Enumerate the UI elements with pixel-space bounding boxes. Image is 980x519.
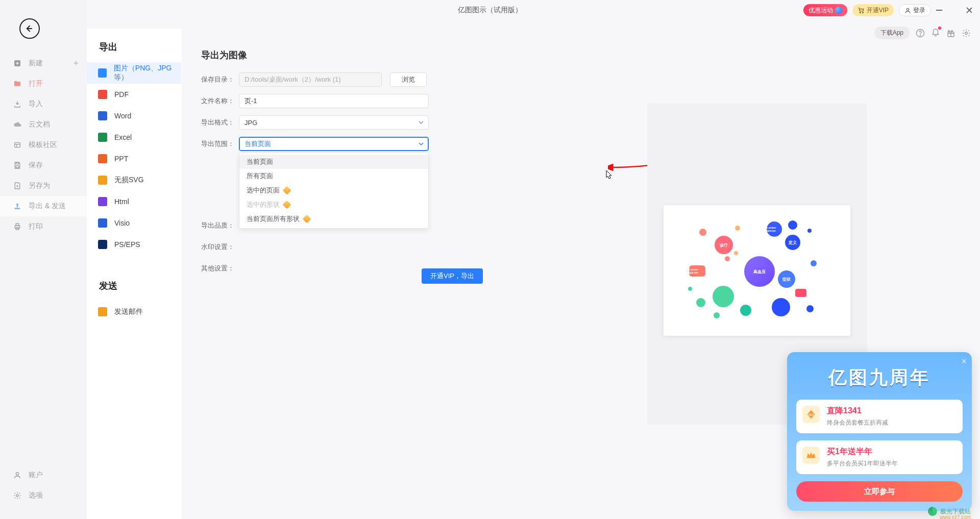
range-option[interactable]: 所有页面	[239, 169, 428, 183]
promo-cta-button[interactable]: 立即参与	[796, 481, 963, 502]
crown-badge-icon	[802, 447, 820, 464]
add-icon[interactable]: +	[73, 58, 79, 69]
export-item[interactable]: Html	[87, 191, 181, 212]
format-select[interactable]: JPG	[239, 115, 429, 130]
bubble: 定义	[785, 235, 800, 250]
bubble-dot	[795, 289, 806, 297]
open-vip-label: 开通VIP	[867, 6, 889, 15]
user-icon	[904, 7, 911, 14]
range-select-button[interactable]: 当前页面	[239, 137, 429, 151]
export-sidebar: 导出 图片（PNG、JPG等）PDFWordExcelPPT无损SVGHtmlV…	[87, 29, 182, 519]
file-type-icon	[98, 218, 107, 228]
menu-options[interactable]: 选项	[0, 485, 87, 506]
bubble-dot	[688, 287, 692, 291]
range-option-label: 当前页面所有形状	[247, 214, 300, 224]
range-option[interactable]: 选中的页面	[239, 183, 428, 197]
export-item-label: PS/EPS	[114, 240, 140, 249]
window-minimize[interactable]	[936, 6, 945, 15]
export-item[interactable]: PPT	[87, 148, 181, 169]
save-dir-label: 保存目录：	[201, 75, 239, 84]
export-heading: 导出	[87, 29, 181, 62]
export-item[interactable]: 无损SVG	[87, 169, 181, 191]
range-option[interactable]: 当前页面所有形状	[239, 212, 428, 226]
bubble: Lorem ipsum	[689, 265, 705, 277]
menu-save-as[interactable]: 另存为	[0, 176, 87, 196]
grid-icon	[13, 141, 21, 149]
format-select-button[interactable]: JPG	[239, 115, 429, 130]
vip-diamond-icon	[283, 201, 291, 209]
export-icon	[13, 202, 21, 210]
vip-diamond-icon	[283, 186, 291, 195]
file-type-icon	[98, 133, 107, 142]
export-item[interactable]: Visio	[87, 212, 181, 234]
promo-close[interactable]: ×	[961, 356, 967, 367]
other-label: 其他设置：	[201, 264, 239, 273]
send-item[interactable]: 发送邮件	[87, 301, 181, 323]
bubble-dot	[725, 256, 730, 261]
user-icon	[13, 471, 21, 479]
plus-square-icon	[13, 59, 21, 67]
window-maximize[interactable]	[950, 6, 960, 15]
file-type-icon	[98, 197, 107, 206]
file-name-label: 文件名称：	[201, 96, 239, 106]
cart-icon	[857, 7, 865, 14]
export-item-label: PDF	[114, 90, 129, 98]
svg-point-16	[16, 495, 18, 497]
sale-badge-icon: SALE	[802, 406, 820, 423]
promo-pill[interactable]: 优惠活动	[803, 4, 847, 16]
export-item[interactable]: Word	[87, 105, 181, 127]
bubble-dot	[740, 305, 751, 316]
menu-cloud[interactable]: 云文档	[0, 114, 87, 135]
bubble	[713, 286, 734, 307]
menu-account[interactable]: 账户	[0, 465, 87, 485]
bubble-dot	[696, 298, 705, 307]
menu-label: 模板社区	[29, 140, 57, 150]
back-button[interactable]	[19, 18, 40, 39]
promo-card-1-sub: 终身会员套餐五折再减	[827, 418, 955, 427]
menu-open[interactable]: 打开	[0, 73, 87, 94]
export-item-label: 图片（PNG、JPG等）	[114, 64, 181, 82]
import-icon	[13, 100, 21, 108]
svg-point-1	[862, 12, 863, 13]
menu-save[interactable]: 保存	[0, 155, 87, 176]
export-item[interactable]: PDF	[87, 84, 181, 105]
promo-card-1[interactable]: SALE 直降1341 终身会员套餐五折再减	[796, 400, 963, 433]
menu-templates[interactable]: 模板社区	[0, 135, 87, 155]
range-select[interactable]: 当前页面 当前页面所有页面选中的页面选中的形状当前页面所有形状	[239, 137, 429, 151]
svg-text:SALE: SALE	[807, 413, 815, 416]
bubble-dot	[807, 229, 812, 233]
menu-label: 打开	[29, 79, 43, 88]
promo-card-2-sub: 多平台会员买1年即送半年	[827, 459, 955, 468]
range-option-label: 当前页面	[247, 157, 273, 166]
export-item[interactable]: Excel	[87, 127, 181, 148]
file-type-icon	[98, 68, 107, 78]
menu-export-send[interactable]: 导出 & 发送	[0, 196, 87, 216]
export-item[interactable]: PS/EPS	[87, 234, 181, 255]
range-option-label: 选中的形状	[247, 200, 280, 209]
file-type-icon	[98, 111, 107, 120]
file-type-icon	[98, 240, 107, 249]
login-label: 登录	[913, 6, 925, 15]
browse-button[interactable]: 浏览	[390, 72, 427, 87]
bubble: Lorem ipsum	[767, 221, 782, 237]
range-option[interactable]: 当前页面	[239, 155, 428, 169]
file-type-icon	[98, 176, 107, 185]
menu-new[interactable]: 新建+	[0, 53, 87, 73]
promo-title: 亿图九周年	[787, 352, 972, 400]
open-vip-pill[interactable]: 开通VIP	[852, 4, 894, 16]
open-vip-export-button[interactable]: 开通VIP，导出	[422, 268, 483, 284]
login-pill[interactable]: 登录	[899, 4, 931, 16]
vip-diamond-icon	[303, 215, 311, 224]
promo-card-2[interactable]: 买1年送半年 多平台会员买1年即送半年	[796, 440, 963, 474]
menu-import[interactable]: 导入	[0, 94, 87, 114]
menu-print[interactable]: 打印	[0, 216, 87, 237]
window-close[interactable]	[965, 6, 974, 15]
export-item[interactable]: 图片（PNG、JPG等）	[87, 62, 181, 84]
export-item-label: PPT	[114, 155, 128, 163]
send-item-label: 发送邮件	[114, 307, 143, 316]
promo-pill-decor	[835, 7, 842, 14]
folder-icon	[13, 80, 21, 88]
file-name-input[interactable]	[239, 94, 429, 108]
export-item-label: Html	[114, 197, 129, 206]
svg-rect-8	[15, 142, 20, 147]
